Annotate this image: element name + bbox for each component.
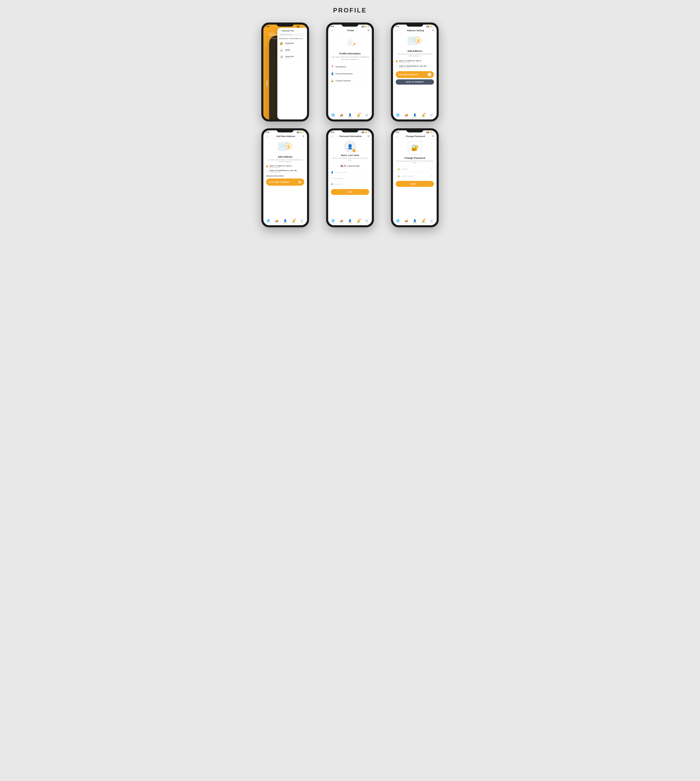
back-arrow-6[interactable]: ←	[396, 135, 398, 138]
nav-delivery-2[interactable]: 🚚 Delivery	[337, 113, 346, 118]
page-title: PROFILE	[333, 7, 367, 14]
add-addr-line2-2: Boston, MA, USA	[270, 171, 297, 173]
pmi-icon-lock: 🔒	[331, 79, 334, 82]
menu-icon-6[interactable]: ≡	[432, 135, 434, 138]
name-input-field[interactable]: 👤 Name, Last name	[331, 170, 369, 175]
nav-account-5[interactable]: 👤 Account	[346, 219, 354, 224]
nav-cart-6[interactable]: 🛒 Cart	[427, 219, 436, 224]
id-input-field[interactable]: 🪪 Personal ID	[331, 182, 369, 187]
nav-delivery-5[interactable]: 🚚 Delivery	[337, 219, 346, 224]
menu-icon-5[interactable]: ≡	[368, 135, 369, 138]
nav-notifications-6[interactable]: 🔔 Notifications	[419, 219, 428, 224]
screen4-inner: 9:41 ▌▌▌ 📶 🔋 ← Add New Address ≡	[263, 130, 307, 225]
pass-title: Change Password	[404, 157, 425, 159]
nav-notifications-label-3: Notifications	[420, 117, 427, 118]
addr-line1-1: 02113, 71, Charter str., App. 5r.,	[399, 60, 422, 62]
save-new-address-btn[interactable]: SAVE NEW ADDRESS ✕	[266, 179, 304, 186]
profile-header-5: ← Personal Information ≡	[328, 134, 372, 139]
time-1: 9:41	[266, 26, 270, 27]
drinks-icon: 🍺	[279, 48, 284, 53]
pmi-change-password[interactable]: 🔒 Change Password →	[331, 77, 369, 84]
add-addr-text-1: 02113, 71, Charter str., App. 5r., Bosto…	[270, 165, 292, 168]
category-drinks[interactable]: 🍺 Drinks Order now	[279, 47, 305, 54]
addr-radio-1[interactable]	[396, 60, 398, 62]
address-item-2[interactable]: 21324, 37, Branderburg str., App. 14b., …	[396, 64, 434, 70]
add-new-address-btn[interactable]: ADD NEW ADDRESS +	[396, 71, 434, 78]
confirm-password-input[interactable]: 🔒 Confirm Password 👁	[396, 173, 434, 179]
menu-icon-4[interactable]: ≡	[303, 135, 304, 138]
pmi-personal-info[interactable]: 👤 Personal Information →	[331, 70, 369, 77]
status-icons-2: ▌▌▌ 📶 🔋	[362, 26, 369, 27]
profile-header-3: ← Address Setting ≡	[393, 28, 437, 33]
person-avatar[interactable]: 👤 ✏	[344, 140, 356, 153]
nav-account-2[interactable]: 👤 Account	[346, 113, 354, 118]
nav-notifications-icon-5: 🔔	[357, 219, 360, 222]
save-personal-btn[interactable]: SAVE	[331, 189, 369, 195]
personal-content: 👤 ✏ Name, Last name Enter your new passw…	[328, 139, 372, 218]
pmi-add-address[interactable]: 📍 Add Address →	[331, 63, 369, 70]
nav-discovery-3[interactable]: 🌐 Discovery	[394, 113, 402, 118]
save-password-btn[interactable]: SAVE 🔐	[396, 181, 434, 187]
avatar-edit-btn[interactable]: ✏	[353, 149, 356, 152]
nav-account-4[interactable]: 👤 Account	[281, 219, 290, 224]
nav-account-6[interactable]: 👤 Account	[410, 219, 419, 224]
profile-header-2: ← Profile ≡	[328, 28, 372, 33]
back-arrow-4[interactable]: ←	[266, 135, 269, 138]
nav-account-icon-3: 👤	[413, 113, 417, 117]
add-delivery-link[interactable]: |Add a New Delivery Address	[266, 175, 304, 177]
password-eye-icon[interactable]: 👁	[430, 168, 432, 170]
menu-icon-3[interactable]: ≡	[432, 29, 434, 32]
overlay-back-icon[interactable]: ←	[279, 30, 281, 32]
notch-5	[342, 128, 358, 132]
add-addr-line1-2: 21324, 37, Branderburg str., App. 14b.,	[270, 170, 297, 171]
nav-notifications-3[interactable]: 🔔 Notifications	[419, 113, 428, 118]
lock-illustration: 🔐 ✦	[408, 141, 422, 155]
nav-discovery-6[interactable]: 🌐 Discovery	[394, 219, 402, 224]
person-name: Name, Last name	[341, 154, 359, 157]
email-field-icon: ✉	[331, 177, 333, 180]
nav-notifications-5[interactable]: 🔔 Notifications	[354, 219, 363, 224]
addr-radio-2[interactable]	[396, 65, 398, 68]
nav-delivery-4[interactable]: 🚚 Delivery	[273, 219, 281, 224]
battery-icon-4: 🔋	[303, 132, 304, 133]
menu-icon-2[interactable]: ≡	[368, 29, 369, 32]
addr-line1-2: 21324, 37, Branderburg str., App. 14b.,	[399, 65, 427, 67]
add-addr-item-1[interactable]: 02113, 71, Charter str., App. 5r., Bosto…	[266, 164, 304, 169]
save-primary-label: SAVE AS PRIMARY	[406, 81, 424, 83]
save-as-primary-btn[interactable]: SAVE AS PRIMARY	[396, 79, 434, 85]
phone-input-field[interactable]: 🇺🇸 ▾ +1 (612) 397-8483	[340, 163, 359, 169]
add-addr-item-2[interactable]: 21324, 37, Branderburg str., App. 14b., …	[266, 169, 304, 174]
nav-discovery-2[interactable]: 🌐 Discovery	[329, 113, 337, 118]
nav-notifications-2[interactable]: 🔔 Notifications	[354, 113, 363, 118]
nav-cart-2[interactable]: 🛒 Cart	[363, 113, 371, 118]
nav-discovery-5[interactable]: 🌐 Discovery	[329, 219, 337, 224]
plus-icon: +	[428, 73, 431, 76]
password-input[interactable]: 🔒 Password 👁	[396, 166, 434, 172]
add-addr-radio-1[interactable]	[266, 165, 268, 167]
nav-account-icon-2: 👤	[348, 113, 352, 117]
confirm-eye-icon[interactable]: 👁	[430, 175, 432, 177]
add-addr-illustration	[266, 141, 304, 154]
category-restaurants[interactable]: 🍔 Restaurants Order now	[279, 40, 305, 47]
back-arrow-2[interactable]: ←	[331, 29, 333, 32]
nav-cart-4[interactable]: 🛒 Cart	[298, 219, 306, 224]
nav-account-3[interactable]: 👤 Account	[410, 113, 419, 118]
notch-6	[406, 128, 423, 132]
person-desc: Enter your new password and then click o…	[331, 157, 369, 161]
signal-icon-5: ▌▌▌	[362, 132, 365, 133]
nav-cart-5[interactable]: 🛒 Cart	[363, 219, 371, 224]
address-item-1[interactable]: 02113, 71, Charter str., App. 5r., Bosto…	[396, 59, 434, 64]
nav-cart-3[interactable]: 🛒 Cart	[427, 113, 436, 118]
email-input-field[interactable]: ✉ Email address	[331, 176, 369, 181]
category-asian[interactable]: 🍜 Asian Food Order now	[279, 54, 305, 60]
back-arrow-5[interactable]: ←	[331, 135, 333, 138]
overlay-search[interactable]: 🔍 Search here...	[279, 33, 305, 36]
back-arrow-3[interactable]: ←	[396, 29, 398, 32]
pmi-icon-person: 👤	[331, 72, 334, 75]
nav-delivery-3[interactable]: 🚚 Delivery	[402, 113, 411, 118]
nav-delivery-6[interactable]: 🚚 Delivery	[402, 219, 411, 224]
nav-notifications-4[interactable]: 🔔 Notifications	[290, 219, 298, 224]
add-addr-radio-2[interactable]	[266, 170, 268, 172]
nav-discovery-4[interactable]: 🌐 Discovery	[264, 219, 273, 224]
save-personal-label: SAVE	[347, 191, 353, 193]
